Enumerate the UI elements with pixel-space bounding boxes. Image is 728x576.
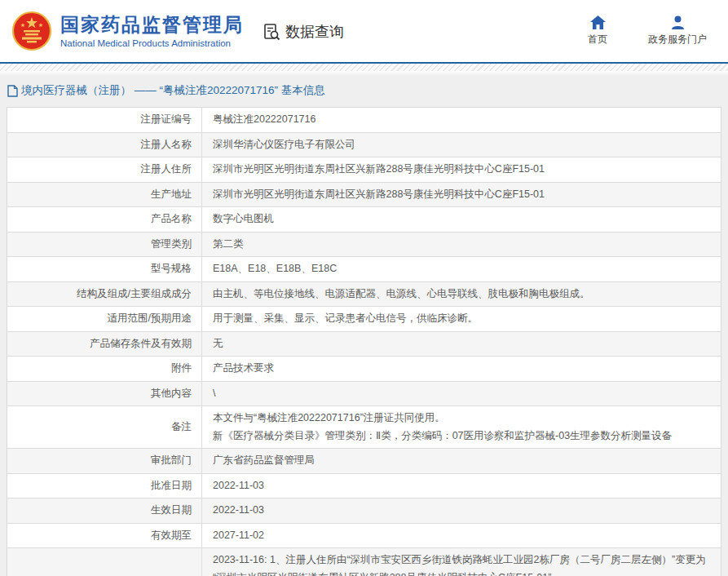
- row-label: 注册证编号: [7, 108, 202, 132]
- row-label: 注册人名称: [7, 133, 202, 157]
- row-value: \: [202, 382, 721, 406]
- row-label-text: 审批部门: [151, 454, 192, 467]
- row-label-text: 注册证编号: [141, 113, 192, 126]
- row-label-text: 备注: [171, 420, 192, 434]
- nav-home[interactable]: 首页: [578, 16, 617, 47]
- logo-text: 国家药品监督管理局 National Medical Products Admi…: [60, 14, 244, 47]
- row-value-text: 无: [213, 335, 711, 353]
- data-query-icon: [262, 22, 281, 42]
- table-row: 注册证编号粤械注准20222071716: [7, 108, 721, 133]
- row-value-line: 2023-11-16: 1、注册人住所由“深圳市宝安区西乡街道铁岗路蚝业工业园2…: [213, 552, 711, 576]
- row-label: 适用范围/预期用途: [7, 307, 202, 331]
- row-value: 由主机、等电位接地线、电源适配器、电源线、心电导联线、肢电极和胸电极组成。: [202, 282, 721, 307]
- document-icon: [7, 85, 18, 97]
- row-value-text: 深圳市光明区光明街道东周社区兴新路288号康佳光明科技中心C座F15-01: [213, 161, 711, 179]
- table-row: 变更情况2023-11-16: 1、注册人住所由“深圳市宝安区西乡街道铁岗路蚝业…: [7, 548, 721, 576]
- row-value: 数字心电图机: [202, 207, 721, 232]
- table-row: 适用范围/预期用途用于测量、采集、显示、记录患者心电信号，供临床诊断。: [7, 307, 721, 332]
- data-query-link[interactable]: 数据查询: [262, 22, 344, 42]
- row-label: 产品储存条件及有效期: [7, 332, 202, 357]
- row-value-text: 深圳市光明区光明街道东周社区兴新路288号康佳光明科技中心C座F15-01: [213, 186, 711, 204]
- row-label-text: 注册人住所: [141, 162, 192, 176]
- row-label-text: 生产地址: [151, 188, 192, 202]
- row-value-text: 粤械注准20222071716: [213, 111, 711, 129]
- row-value-text: 由主机、等电位接地线、电源适配器、电源线、心电导联线、肢电极和胸电极组成。: [213, 286, 711, 304]
- row-value: 深圳市光明区光明街道东周社区兴新路288号康佳光明科技中心C座F15-01: [202, 183, 721, 207]
- table-row: 注册人住所深圳市光明区光明街道东周社区兴新路288号康佳光明科技中心C座F15-…: [7, 157, 721, 183]
- row-label-text: 结构及组成/主要组成成分: [77, 287, 192, 301]
- row-value-text: \: [213, 385, 711, 403]
- header-nav: 首页 政务服务门户: [578, 16, 707, 47]
- table-row: 生产地址深圳市光明区光明街道东周社区兴新路288号康佳光明科技中心C座F15-0…: [7, 183, 721, 208]
- row-label-text: 管理类别: [151, 237, 192, 251]
- row-label: 变更情况: [7, 548, 202, 576]
- row-value-text: 2022-11-03: [213, 477, 711, 495]
- nmpa-logo[interactable]: 国家药品监督管理局 National Medical Products Admi…: [11, 11, 244, 51]
- table-row: 型号规格E18A、E18、E18B、E18C: [7, 257, 721, 282]
- row-value-text: 产品技术要求: [213, 360, 711, 378]
- row-label-text: 批准日期: [151, 479, 192, 493]
- user-icon: [671, 16, 685, 29]
- page-title: 境内医疗器械（注册） —— “粤械注准20222071716” 基本信息: [21, 83, 325, 98]
- table-row: 注册人名称深圳华清心仪医疗电子有限公司: [7, 133, 721, 158]
- row-label: 附件: [7, 357, 202, 381]
- row-label: 备注: [7, 406, 202, 448]
- table-row: 结构及组成/主要组成成分由主机、等电位接地线、电源适配器、电源线、心电导联线、肢…: [7, 282, 721, 308]
- row-label: 注册人住所: [7, 157, 202, 182]
- row-value: E18A、E18、E18B、E18C: [202, 257, 721, 281]
- row-label-text: 其他内容: [151, 387, 192, 401]
- breadcrumb: 境内医疗器械（注册） —— “粤械注准20222071716” 基本信息: [0, 76, 728, 105]
- row-label: 有效期至: [7, 524, 202, 548]
- table-row: 产品储存条件及有效期无: [7, 332, 721, 357]
- table-row: 附件产品技术要求: [7, 357, 721, 382]
- row-value-text: 深圳华清心仪医疗电子有限公司: [213, 136, 711, 154]
- nav-gov-portal-label: 政务服务门户: [648, 33, 707, 47]
- row-value-text: E18A、E18、E18B、E18C: [213, 260, 711, 278]
- row-label-text: 适用范围/预期用途: [108, 312, 192, 326]
- row-label-text: 产品名称: [151, 212, 192, 226]
- row-label: 生效日期: [7, 498, 202, 523]
- row-label-text: 生效日期: [151, 503, 192, 517]
- row-value-text: 数字心电图机: [213, 210, 711, 228]
- row-label: 其他内容: [7, 382, 202, 406]
- row-label: 产品名称: [7, 207, 202, 232]
- row-label: 生产地址: [7, 183, 202, 207]
- row-value: 第二类: [202, 233, 721, 257]
- row-label: 管理类别: [7, 233, 202, 257]
- row-label: 结构及组成/主要组成成分: [7, 282, 202, 307]
- table-row: 备注本文件与“粤械注准20222071716”注册证共同使用。新《医疗器械分类目…: [7, 406, 721, 449]
- row-value-text: 2022-11-03: [213, 502, 711, 520]
- row-value: 本文件与“粤械注准20222071716”注册证共同使用。新《医疗器械分类目录》…: [202, 406, 721, 448]
- nav-gov-portal[interactable]: 政务服务门户: [648, 16, 707, 47]
- row-value: 用于测量、采集、显示、记录患者心电信号，供临床诊断。: [202, 307, 721, 331]
- table-row: 批准日期2022-11-03: [7, 474, 721, 499]
- row-value: 2027-11-02: [202, 524, 721, 548]
- site-title-cn: 国家药品监督管理局: [60, 14, 244, 35]
- row-value-text: 2027-11-02: [213, 527, 711, 545]
- row-label-text: 产品储存条件及有效期: [90, 337, 192, 351]
- table-row: 审批部门广东省药品监督管理局: [7, 449, 721, 474]
- row-label-text: 注册人名称: [141, 138, 192, 152]
- row-value-text: 第二类: [213, 236, 711, 254]
- row-value: 无: [202, 332, 721, 357]
- row-value: 深圳华清心仪医疗电子有限公司: [202, 133, 721, 157]
- row-value: 2022-11-03: [202, 498, 721, 523]
- row-value: 深圳市光明区光明街道东周社区兴新路288号康佳光明科技中心C座F15-01: [202, 157, 721, 182]
- row-value: 广东省药品监督管理局: [202, 449, 721, 473]
- row-label-text: 附件: [171, 361, 192, 375]
- row-value: 2022-11-03: [202, 474, 721, 498]
- table-row: 管理类别第二类: [7, 233, 721, 258]
- row-label: 型号规格: [7, 257, 202, 281]
- row-value-text: 用于测量、采集、显示、记录患者心电信号，供临床诊断。: [213, 310, 711, 328]
- row-label: 审批部门: [7, 449, 202, 473]
- row-value-line: 新《医疗器械分类目录》管理类别：Ⅱ类，分类编码：07医用诊察和监护器械-03生理…: [213, 428, 711, 445]
- row-label: 批准日期: [7, 474, 202, 498]
- row-label-text: 型号规格: [151, 262, 192, 276]
- row-label-text: 有效期至: [151, 529, 192, 543]
- national-emblem-icon: [11, 11, 52, 51]
- row-value: 粤械注准20222071716: [202, 108, 721, 132]
- site-title-en: National Medical Products Administration: [60, 38, 244, 48]
- table-row: 产品名称数字心电图机: [7, 207, 721, 233]
- row-value: 产品技术要求: [202, 357, 721, 381]
- info-table: 注册证编号粤械注准20222071716注册人名称深圳华清心仪医疗电子有限公司注…: [7, 107, 721, 576]
